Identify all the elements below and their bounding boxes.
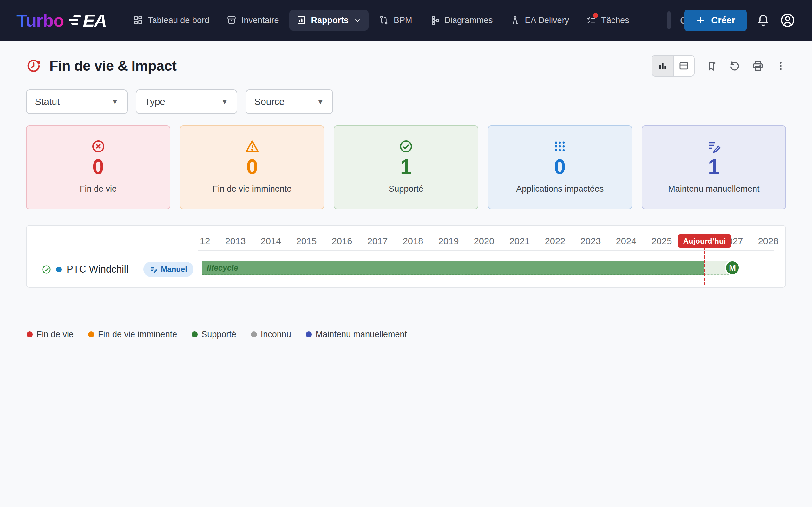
source-filter[interactable]: Source ▼ <box>246 89 333 114</box>
legend-item: Supporté <box>192 330 236 339</box>
check-circle-icon <box>41 264 52 275</box>
legend: Fin de vieFin de vie imminenteSupportéIn… <box>26 330 786 339</box>
legend-label: Maintenu manuellement <box>316 330 407 339</box>
nav-item-tableau-de-bord[interactable]: Tableau de bord <box>126 10 216 31</box>
nav-item-bpm[interactable]: BPM <box>372 10 419 31</box>
year-label: 2020 <box>474 236 495 246</box>
nav-item-label: Tâches <box>601 15 629 25</box>
refresh-button[interactable] <box>729 60 740 72</box>
create-button-label: Créer <box>711 15 735 26</box>
card-fin-de-vie: 0 Fin de vie <box>26 125 170 209</box>
warning-triangle-icon <box>245 139 260 154</box>
statut-filter[interactable]: Statut ▼ <box>26 89 128 114</box>
timeline-panel: 2012201320142015201620172018201920202021… <box>26 225 786 288</box>
nav-item-label: Tableau de bord <box>148 15 209 25</box>
card-value: 0 <box>92 156 104 178</box>
table-icon <box>678 60 689 71</box>
application-name: PTC Windchill <box>67 264 129 275</box>
type-filter-label: Type <box>145 96 165 107</box>
app-root: Turbo EA Tableau de bord Inventaire <box>0 0 812 507</box>
today-line <box>704 246 705 285</box>
legend-dot <box>27 331 33 337</box>
lifecycle-bar[interactable]: lifecycle <box>202 261 704 275</box>
nav-right: C Créer <box>667 9 796 32</box>
chevron-down-icon <box>353 16 362 24</box>
card-label: Fin de vie imminente <box>212 184 292 194</box>
source-filter-label: Source <box>254 96 285 107</box>
speed-lines-icon <box>67 14 82 26</box>
view-tools <box>652 55 786 77</box>
legend-label: Supporté <box>201 330 236 339</box>
app-type-dot <box>56 267 61 272</box>
timeline-row-label: PTC Windchill Manuel <box>27 262 200 277</box>
nav-item-label: EA Delivery <box>525 15 569 25</box>
bookmark-plus-icon <box>706 60 717 72</box>
legend-label: Fin de vie imminente <box>98 330 177 339</box>
stat-cards: 0 Fin de vie 0 Fin de vie imminente 1 Su… <box>26 125 786 209</box>
today-badge: Aujourd’hui <box>678 234 731 248</box>
table-view-button[interactable] <box>673 56 694 76</box>
brand-logo[interactable]: Turbo EA <box>16 10 106 31</box>
list-edit-icon <box>706 139 721 154</box>
nav-item-label: BPM <box>394 15 412 25</box>
year-label: 2013 <box>225 236 246 246</box>
chart-view-button[interactable] <box>652 56 673 76</box>
title-row: Fin de vie & Impact <box>26 55 786 77</box>
brand-turbo-text: Turbo <box>16 10 64 31</box>
legend-item: Fin de vie imminente <box>88 330 177 339</box>
grid-dots-icon <box>552 139 567 154</box>
year-label: 2023 <box>580 236 601 246</box>
list-edit-icon <box>150 266 158 274</box>
nav-item-label: Inventaire <box>241 15 279 25</box>
card-fin-de-vie-imminente: 0 Fin de vie imminente <box>180 125 324 209</box>
compass-icon <box>510 15 520 25</box>
bookmark-button[interactable] <box>706 60 717 72</box>
year-label: 2024 <box>616 236 637 246</box>
card-value: 1 <box>400 156 412 178</box>
bar-chart-icon <box>658 61 668 71</box>
nav-item-ea-delivery[interactable]: EA Delivery <box>503 10 576 31</box>
nav-item-label: Rapports <box>311 15 349 25</box>
manuel-badge-label: Manuel <box>161 265 187 274</box>
kebab-icon <box>775 60 786 71</box>
nav-item-inventaire[interactable]: Inventaire <box>219 10 286 31</box>
year-label: 2022 <box>545 236 565 246</box>
nav-item-rapports[interactable]: Rapports <box>289 10 369 31</box>
legend-dot <box>306 331 312 337</box>
account-button[interactable] <box>780 12 796 28</box>
nav-item-label: Diagrammes <box>444 15 493 25</box>
legend-item: Fin de vie <box>27 330 73 339</box>
dashboard-icon <box>133 15 143 25</box>
year-label: 2021 <box>509 236 530 246</box>
bpm-icon <box>379 15 389 25</box>
main-content: Fin de vie & Impact <box>0 55 812 339</box>
create-button[interactable]: Créer <box>684 9 747 32</box>
top-nav: Turbo EA Tableau de bord Inventaire <box>0 0 812 41</box>
year-label: 2014 <box>261 236 281 246</box>
page-title: Fin de vie & Impact <box>49 58 177 74</box>
nav-item-taches[interactable]: Tâches <box>579 10 636 31</box>
year-label: 2012 <box>200 236 210 246</box>
printer-icon <box>752 60 764 72</box>
milestone-marker[interactable]: M <box>725 260 740 275</box>
type-filter[interactable]: Type ▼ <box>136 89 237 114</box>
caret-down-icon: ▼ <box>221 97 229 106</box>
year-label: 2015 <box>296 236 317 246</box>
legend-item: Maintenu manuellement <box>306 330 407 339</box>
nav-menu: Tableau de bord Inventaire Rapports <box>126 10 636 31</box>
year-label: 2025 <box>652 236 672 246</box>
rotate-ccw-icon <box>729 60 740 72</box>
card-label: Fin de vie <box>80 184 117 194</box>
card-label: Supporté <box>389 184 423 194</box>
plus-icon <box>696 15 705 25</box>
notification-dot <box>593 13 598 18</box>
notifications-button[interactable] <box>756 13 770 27</box>
legend-label: Fin de vie <box>37 330 73 339</box>
account-icon <box>780 12 796 28</box>
bell-icon <box>756 13 770 27</box>
nav-item-diagrammes[interactable]: Diagrammes <box>422 10 500 31</box>
legend-dot <box>251 331 257 337</box>
more-options-button[interactable] <box>775 60 786 71</box>
year-label: 2028 <box>758 236 779 246</box>
print-button[interactable] <box>752 60 764 72</box>
